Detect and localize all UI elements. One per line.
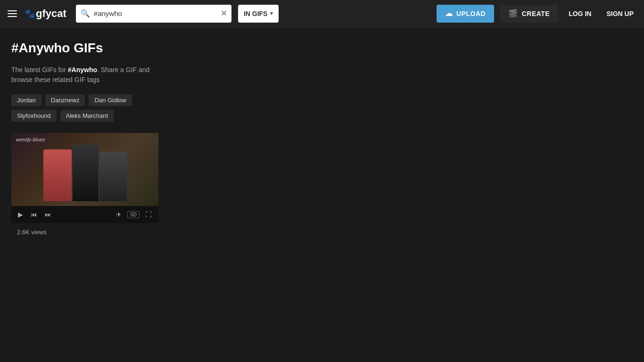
controls-right: ✈ SD ⛶ [114, 210, 154, 219]
play-icon: ▶ [18, 211, 23, 218]
share-button[interactable]: ✈ [114, 210, 124, 219]
figure-1 [43, 149, 72, 201]
upload-label: UPLOAD [456, 10, 486, 17]
sidebar-description: The latest GIFs for #Anywho. Share a GIF… [11, 65, 158, 85]
fullscreen-button[interactable]: ⛶ [143, 210, 154, 219]
create-label: CREATE [522, 10, 550, 17]
tag-chip[interactable]: Jordan [11, 94, 41, 106]
clear-search-icon[interactable]: ✕ [221, 9, 227, 18]
sidebar: #Anywho GIFs The latest GIFs for #Anywho… [0, 27, 170, 362]
tag-chip[interactable]: Aleks Marchant [60, 110, 114, 122]
play-button[interactable]: ▶ [16, 210, 25, 219]
upload-icon: ☁ [445, 9, 453, 18]
video-thumbnail: wendy-blues [11, 133, 158, 206]
views-count: 2.6K views [17, 229, 47, 236]
logo-text: gfycat [36, 8, 66, 20]
search-icon: 🔍 [81, 9, 90, 18]
search-bar: 🔍 ✕ [76, 5, 231, 23]
signup-button[interactable]: SIGN UP [602, 5, 638, 23]
logo-paw-icon: 🐾 [25, 8, 35, 19]
page-title: #Anywho GIFs [11, 41, 158, 56]
video-controls: ▶ ⏮ ⏭ ✈ SD ⛶ [11, 206, 158, 223]
search-scope-label: IN GIFS [244, 10, 268, 17]
figure-2 [73, 145, 99, 201]
video-stats: 2.6K views [11, 223, 158, 241]
description-keyword: #Anywho [68, 66, 97, 74]
main-layout: #Anywho GIFs The latest GIFs for #Anywho… [0, 27, 644, 362]
next-button[interactable]: ⏭ [43, 210, 53, 219]
thumbnail-figures [43, 133, 127, 206]
tag-chip[interactable]: Danznewz [45, 94, 85, 106]
next-icon: ⏭ [45, 211, 51, 218]
gif-grid [170, 27, 644, 362]
share-icon: ✈ [116, 211, 122, 218]
thumbnail-label: wendy-blues [16, 137, 45, 142]
create-button[interactable]: 🎬 CREATE [500, 5, 558, 23]
search-scope-selector[interactable]: IN GIFS ▾ [238, 5, 279, 23]
description-prefix: The latest GIFs for [11, 66, 68, 74]
video-card: wendy-blues ▶ ⏮ ⏭ [11, 133, 158, 241]
login-label: LOG IN [569, 10, 591, 17]
logo[interactable]: 🐾 gfycat [25, 8, 66, 20]
prev-button[interactable]: ⏮ [29, 210, 39, 219]
fullscreen-icon: ⛶ [145, 211, 152, 218]
chevron-down-icon: ▾ [270, 10, 273, 16]
login-button[interactable]: LOG IN [564, 5, 596, 23]
header: 🐾 gfycat 🔍 ✕ IN GIFS ▾ ☁ UPLOAD 🎬 CREATE… [0, 0, 644, 27]
upload-button[interactable]: ☁ UPLOAD [437, 5, 495, 23]
tag-chip[interactable]: Dan Gidlow [89, 94, 132, 106]
quality-badge: SD [127, 211, 140, 218]
prev-icon: ⏮ [31, 211, 37, 218]
related-tags: JordanDanznewzDan GidlowSlyfoxhoundAleks… [11, 94, 158, 122]
create-icon: 🎬 [508, 9, 518, 18]
signup-label: SIGN UP [606, 10, 634, 17]
hamburger-menu[interactable] [6, 8, 19, 19]
tag-chip[interactable]: Slyfoxhound [11, 110, 57, 122]
figure-3 [99, 152, 127, 201]
search-input[interactable] [94, 9, 217, 17]
